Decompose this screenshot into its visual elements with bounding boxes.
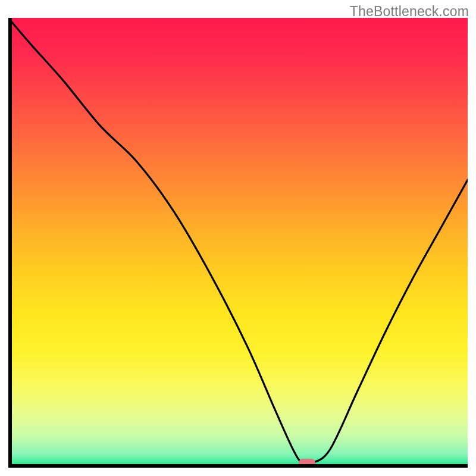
watermark-label: TheBottleneck.com	[350, 4, 469, 20]
bottleneck-curve	[8, 18, 468, 468]
plot-area	[8, 18, 468, 468]
optimal-point-marker	[299, 459, 315, 467]
chart-container: TheBottleneck.com	[0, 0, 476, 476]
